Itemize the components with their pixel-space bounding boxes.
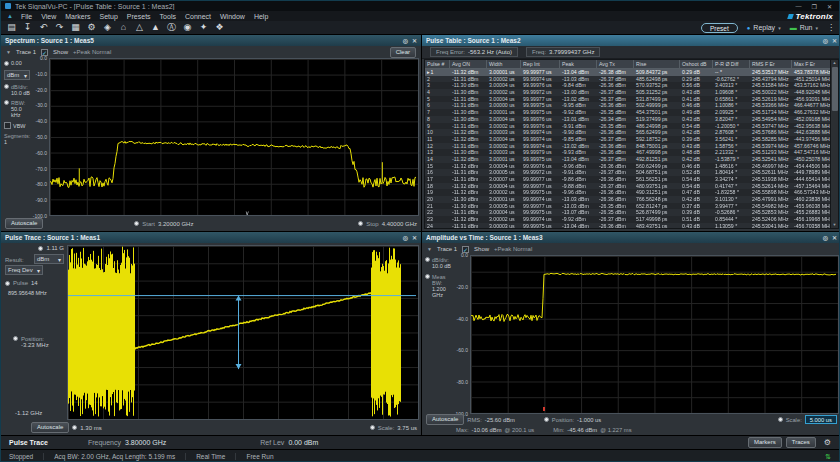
column-header[interactable]: Width bbox=[487, 60, 521, 68]
gear-icon[interactable]: ⚙ bbox=[824, 438, 831, 447]
table-row[interactable]: 15-11.32 dBm3.00004 us99.99976 us-9.96 d… bbox=[425, 163, 830, 170]
scale-radio[interactable] bbox=[778, 417, 783, 422]
frequency-value[interactable]: 3.80000 GHz bbox=[125, 439, 166, 446]
collapse-icon[interactable]: ▼ bbox=[427, 246, 432, 252]
preset-button[interactable]: Preset bbox=[701, 23, 738, 33]
scroll-down-icon[interactable]: ▼ bbox=[833, 222, 837, 228]
menu-item-presets[interactable]: Presets bbox=[127, 13, 151, 20]
trace-selector[interactable]: Trace 1 bbox=[16, 49, 36, 55]
db-div-value[interactable]: 10.0 dB bbox=[432, 263, 451, 269]
stop-freq-radio[interactable] bbox=[358, 221, 363, 226]
menu-item-setup[interactable]: Setup bbox=[100, 13, 118, 20]
panel-options-icon[interactable]: ◎ bbox=[823, 234, 828, 241]
position-radio[interactable] bbox=[13, 336, 18, 341]
ref-lev-value[interactable]: 0.00 dBm bbox=[288, 439, 318, 446]
table-row[interactable]: 17-11.31 dBm3.00007 us99.99977 us-9.86 d… bbox=[425, 176, 830, 183]
print-icon[interactable]: ▦ bbox=[69, 21, 82, 34]
save-icon[interactable]: ↧ bbox=[21, 21, 34, 34]
menu-item-connect[interactable]: Connect bbox=[185, 13, 211, 20]
spectrum-panel-header[interactable]: Spectrum : Source 1 : Meas5 ◎ ✕ bbox=[1, 35, 421, 46]
start-freq-value[interactable]: 3.20000 GHz bbox=[158, 221, 193, 227]
scale-radio[interactable] bbox=[370, 425, 375, 430]
scroll-up-icon[interactable]: ▲ bbox=[833, 60, 837, 66]
avt-panel-header[interactable]: Amplitude vs Time : Source 1 : Meas3 ◎ ✕ bbox=[422, 232, 840, 243]
spectrum-plot[interactable]: ∨ bbox=[49, 58, 419, 216]
peak-marker-icon[interactable]: △ bbox=[133, 21, 146, 34]
table-row[interactable]: 6-11.31 dBm3.00000 us99.99975 us-9.95 dB… bbox=[425, 102, 830, 109]
column-header[interactable]: Rise bbox=[634, 60, 680, 68]
unit-dropdown[interactable]: dBm ▾ bbox=[34, 254, 64, 264]
table-row[interactable]: 19-11.32 dBm3.00002 us99.99975 us-9.96 d… bbox=[425, 189, 830, 196]
table-row[interactable]: 2-11.31 dBm3.00002 us99.99974 us-13.03 d… bbox=[425, 76, 830, 83]
column-header[interactable]: P-R Ø Diff bbox=[713, 60, 750, 68]
menu-item-window[interactable]: Window bbox=[220, 13, 245, 20]
position-value[interactable]: -3.23 MHz bbox=[21, 342, 49, 348]
pulse-trace-plot[interactable] bbox=[67, 245, 419, 420]
y-max-value[interactable]: 1.11 G bbox=[46, 245, 64, 251]
panel-close-icon[interactable]: ✕ bbox=[412, 37, 417, 44]
vbw-checkbox[interactable] bbox=[4, 122, 11, 129]
chevron-down-icon[interactable]: ▾ bbox=[778, 25, 781, 31]
meas-bw-value[interactable]: 1.200 GHz bbox=[432, 286, 451, 298]
table-row[interactable]: 18-11.32 dBm3.00004 us99.99977 us-9.88 d… bbox=[425, 183, 830, 190]
table-row[interactable]: 10-11.32 dBm3.00003 us99.99974 us-9.90 d… bbox=[425, 129, 830, 136]
table-row[interactable]: 11-11.32 dBm3.00004 us99.99974 us-9.85 d… bbox=[425, 136, 830, 143]
position-value[interactable]: -1.000 us bbox=[577, 417, 601, 423]
table-row[interactable]: 7-11.30 dBm3.00001 us99.99975 us-9.92 dB… bbox=[425, 109, 830, 116]
column-header[interactable]: RMS F Er bbox=[750, 60, 792, 68]
meas-bw-radio[interactable] bbox=[425, 274, 430, 279]
trace-selector[interactable]: Trace 1 bbox=[437, 246, 457, 252]
panel-options-icon[interactable]: ◎ bbox=[823, 37, 828, 44]
x-position-radio[interactable] bbox=[72, 425, 77, 430]
pulse-trace-panel-header[interactable]: Pulse Trace : Source 1 : Meas1 ◎ ✕ bbox=[1, 232, 421, 243]
freq-error-box[interactable]: Freq Error: -563.2 Hz (Auto) bbox=[430, 47, 518, 57]
panel-close-icon[interactable]: ✕ bbox=[412, 234, 417, 241]
autoscale-button[interactable]: Autoscale bbox=[426, 414, 464, 425]
panel-options-icon[interactable]: ◎ bbox=[403, 37, 408, 44]
analysis-icon[interactable]: Ⓐ bbox=[165, 21, 178, 34]
scale-value[interactable]: 3.75 us bbox=[397, 425, 417, 431]
marker-tools-icon[interactable]: ✦ bbox=[197, 21, 210, 34]
menu-item-file[interactable]: File bbox=[21, 13, 32, 20]
table-row[interactable]: 8-11.30 dBm3.00004 us99.99976 us-13.01 d… bbox=[425, 116, 830, 123]
rbw-value[interactable]: 50.0 kHz bbox=[11, 106, 30, 118]
open-folder-icon[interactable]: ▤ bbox=[5, 21, 18, 34]
menu-item-tools[interactable]: Tools bbox=[160, 13, 176, 20]
table-row[interactable]: 1-11.32 dBm3.00001 us99.99977 us-13.04 d… bbox=[425, 69, 830, 76]
panel-close-icon[interactable]: ✕ bbox=[832, 234, 837, 241]
scrollbar-thumb[interactable] bbox=[832, 67, 838, 111]
db-div-value[interactable]: 10.0 dB bbox=[11, 90, 30, 96]
table-row[interactable]: 5-11.31 dBm3.00004 us99.99977 us-13.02 d… bbox=[425, 96, 830, 103]
column-header[interactable]: Max F Er bbox=[792, 60, 834, 68]
ref-level-value[interactable]: 0.00 bbox=[11, 60, 22, 66]
settings-gear-icon[interactable]: ⚙ bbox=[85, 21, 98, 34]
more-options-icon[interactable]: ⋮ bbox=[827, 23, 835, 32]
column-header[interactable]: Avg ON bbox=[450, 60, 487, 68]
traces-button[interactable]: Traces bbox=[786, 437, 816, 448]
close-button[interactable]: ✕ bbox=[824, 3, 835, 10]
trigger-marker-icon[interactable]: ∨ bbox=[245, 209, 249, 216]
table-scrollbar[interactable]: ▲ ▼ bbox=[830, 60, 838, 228]
table-row[interactable]: 22-11.31 dBm3.00004 us99.99975 us-13.07 … bbox=[425, 209, 830, 216]
db-div-radio[interactable] bbox=[4, 84, 9, 89]
y-max-radio[interactable] bbox=[38, 246, 43, 251]
freq-box[interactable]: Freq: 3.79999437 GHz bbox=[526, 47, 600, 57]
rbw-radio[interactable] bbox=[4, 100, 9, 105]
table-row[interactable]: 24-11.31 dBm3.00003 us99.99975 us-13.04 … bbox=[425, 223, 830, 228]
unit-dropdown[interactable]: dBm ▾ bbox=[4, 70, 30, 80]
run-control[interactable]: ▬ Run ▾ bbox=[790, 24, 818, 31]
autoscale-button[interactable]: Autoscale bbox=[31, 422, 69, 433]
start-freq-radio[interactable] bbox=[134, 221, 139, 226]
replay-control[interactable]: ● Replay ▾ bbox=[747, 24, 781, 31]
table-row[interactable]: 9-11.31 dBm3.00002 us99.99976 us-9.91 dB… bbox=[425, 123, 830, 130]
pulse-select-radio[interactable] bbox=[5, 281, 10, 286]
db-div-radio[interactable] bbox=[425, 257, 430, 262]
column-header[interactable]: Peak bbox=[560, 60, 597, 68]
table-row[interactable]: 23-11.32 dBm3.00002 us99.99974 us-9.92 d… bbox=[425, 216, 830, 223]
table-row[interactable]: 16-11.31 dBm3.00005 us99.99972 us-9.91 d… bbox=[425, 169, 830, 176]
column-header[interactable]: Pulse # bbox=[425, 60, 450, 68]
avt-plot[interactable] bbox=[470, 255, 839, 414]
maximize-button[interactable]: ❐ bbox=[809, 3, 820, 10]
panel-options-icon[interactable]: ◎ bbox=[403, 234, 408, 241]
clear-button[interactable]: Clear bbox=[390, 47, 416, 58]
